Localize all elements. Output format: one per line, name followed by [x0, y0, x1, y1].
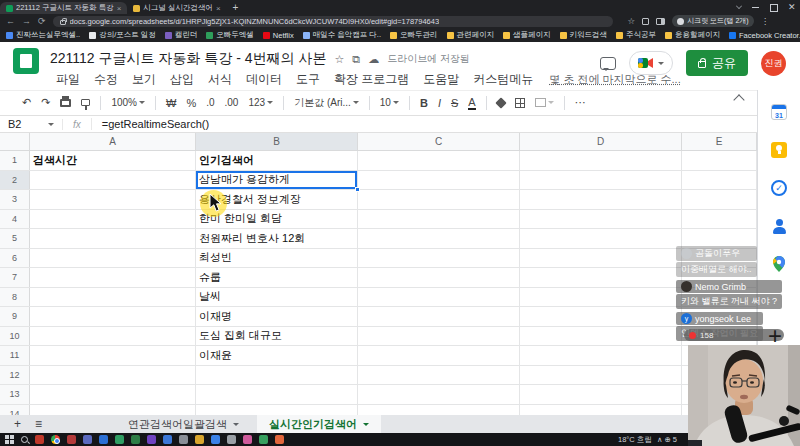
cell-D13[interactable]: [520, 385, 682, 404]
cell-B8[interactable]: 날씨: [196, 288, 358, 307]
bookmark-item[interactable]: 캘린더: [165, 30, 198, 40]
document-title[interactable]: 221112 구글시트 자동화 특강 - 4번째의 사본: [50, 50, 326, 68]
bookmark-item[interactable]: 샘플페이지: [503, 30, 551, 40]
percent-format-button[interactable]: %: [186, 97, 196, 109]
row-header-2[interactable]: 2: [0, 171, 30, 190]
cell-B9[interactable]: 이재명: [196, 307, 358, 326]
taskbar-app-icon[interactable]: [179, 435, 188, 444]
minimize-icon[interactable]: [752, 3, 760, 11]
taskbar-app-icon[interactable]: [147, 435, 156, 444]
row-header-7[interactable]: 7: [0, 268, 30, 287]
column-header-B[interactable]: B: [196, 133, 358, 150]
bold-button[interactable]: B: [420, 97, 428, 109]
number-format-button[interactable]: 123: [248, 97, 273, 108]
cell-C4[interactable]: [358, 210, 520, 229]
meet-button[interactable]: [629, 51, 673, 75]
cell-A6[interactable]: [30, 249, 196, 268]
cell-D12[interactable]: [520, 366, 682, 385]
cell-A5[interactable]: [30, 229, 196, 248]
cell-A12[interactable]: [30, 366, 196, 385]
taskbar-app-icon[interactable]: [259, 435, 268, 444]
comment-history-icon[interactable]: [600, 57, 616, 70]
collapse-toolbar-icon[interactable]: [733, 94, 744, 105]
cell-D7[interactable]: [520, 268, 682, 287]
italic-button[interactable]: I: [438, 97, 441, 109]
cell-E4[interactable]: [682, 210, 757, 229]
cell-B6[interactable]: 최성빈: [196, 249, 358, 268]
cell-D3[interactable]: [520, 190, 682, 209]
bookmark-item[interactable]: 키워드검색: [560, 30, 608, 40]
row-header-5[interactable]: 5: [0, 229, 30, 248]
row-header-10[interactable]: 10: [0, 327, 30, 346]
borders-icon[interactable]: [515, 98, 525, 108]
cell-B10[interactable]: 도심 집회 대규모: [196, 327, 358, 346]
font-select[interactable]: 기본값 (Ari...: [294, 96, 359, 110]
close-tab-icon[interactable]: ×: [117, 4, 122, 13]
cell-B11[interactable]: 이재윤: [196, 346, 358, 365]
selection-fill-handle[interactable]: [355, 187, 360, 192]
menu-도구[interactable]: 도구: [290, 70, 326, 89]
merge-cells-button[interactable]: [535, 98, 554, 107]
cell-A1[interactable]: 검색시간: [30, 151, 196, 170]
row-header-9[interactable]: 9: [0, 307, 30, 326]
row-header-14[interactable]: 14: [0, 405, 30, 416]
cell-C2[interactable]: [358, 171, 520, 190]
row-header-13[interactable]: 13: [0, 385, 30, 404]
cell-B13[interactable]: [196, 385, 358, 404]
add-sheet-button[interactable]: +: [14, 417, 21, 431]
keep-icon[interactable]: [771, 142, 787, 158]
cell-D5[interactable]: [520, 229, 682, 248]
cell-A4[interactable]: [30, 210, 196, 229]
taskbar-app-icon[interactable]: [275, 435, 284, 444]
cell-A11[interactable]: [30, 346, 196, 365]
currency-format-button[interactable]: ₩: [166, 97, 176, 109]
star-icon[interactable]: ☆: [334, 53, 344, 66]
close-tab-icon[interactable]: ×: [216, 4, 221, 13]
cell-A13[interactable]: [30, 385, 196, 404]
taskbar-app-icon[interactable]: [163, 435, 172, 444]
cell-A3[interactable]: [30, 190, 196, 209]
move-folder-icon[interactable]: ⧉: [352, 53, 360, 66]
forward-icon[interactable]: →: [22, 17, 31, 26]
cell-C9[interactable]: [358, 307, 520, 326]
cell-B1[interactable]: 인기검색어: [196, 151, 358, 170]
cell-C12[interactable]: [358, 366, 520, 385]
cell-C10[interactable]: [358, 327, 520, 346]
bookmark-star-icon[interactable]: ☆: [628, 16, 636, 26]
cell-C1[interactable]: [358, 151, 520, 170]
tray-icons[interactable]: ∧ ⊕ 5: [657, 435, 677, 444]
bookmark-item[interactable]: 관련페이지: [447, 30, 495, 40]
cell-C13[interactable]: [358, 385, 520, 404]
bookmark-item[interactable]: Facebook Creator...: [729, 31, 800, 40]
grid-corner[interactable]: [0, 133, 30, 150]
cell-D14[interactable]: [520, 405, 682, 416]
bookmark-item[interactable]: Netflix: [263, 31, 294, 40]
browser-menu-icon[interactable]: ⋮: [761, 16, 770, 26]
taskbar-app-icon[interactable]: [83, 435, 92, 444]
zoom-select[interactable]: 100%: [111, 97, 145, 108]
cell-E5[interactable]: [682, 229, 757, 248]
browser-tab-active[interactable]: 221112 구글시트 자동화 특강 ×: [0, 2, 127, 14]
bookmark-item[interactable]: 주식공부: [616, 30, 656, 40]
cell-C8[interactable]: [358, 288, 520, 307]
cell-D4[interactable]: [520, 210, 682, 229]
start-button-icon[interactable]: [5, 435, 14, 444]
cell-A7[interactable]: [30, 268, 196, 287]
menu-서식[interactable]: 서식: [202, 70, 238, 89]
print-icon[interactable]: [60, 99, 71, 107]
taskbar-app-icon[interactable]: [195, 435, 204, 444]
spreadsheet-grid[interactable]: ABCDE 1검색시간인기검색어2삼남매가 용감하게3용산경찰서 정보계장4한미…: [0, 133, 757, 415]
sheets-logo-icon[interactable]: [13, 48, 39, 74]
cell-C11[interactable]: [358, 346, 520, 365]
menu-수정[interactable]: 수정: [88, 70, 124, 89]
column-header-A[interactable]: A: [30, 133, 196, 150]
menu-데이터[interactable]: 데이터: [240, 70, 288, 89]
cell-B14[interactable]: [196, 405, 358, 416]
paint-format-icon[interactable]: [81, 99, 90, 106]
menu-확장 프로그램[interactable]: 확장 프로그램: [328, 70, 415, 89]
row-header-1[interactable]: 1: [0, 151, 30, 170]
row-header-4[interactable]: 4: [0, 210, 30, 229]
formula-input[interactable]: =getRealtimeSearch(): [91, 118, 757, 130]
cell-C7[interactable]: [358, 268, 520, 287]
strikethrough-button[interactable]: S: [451, 97, 458, 109]
